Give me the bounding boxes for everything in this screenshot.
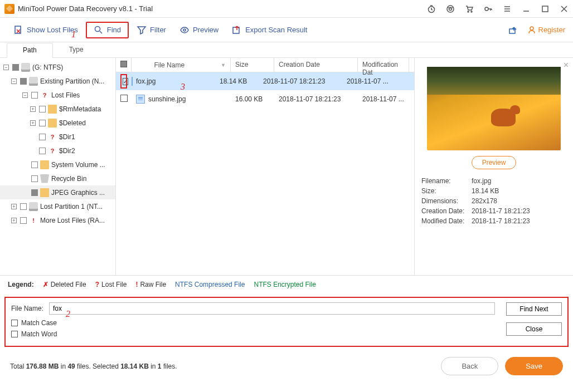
tree-node-root[interactable]: −(G: NTFS) [0, 60, 115, 74]
checkbox[interactable] [20, 78, 27, 85]
folder-icon [48, 105, 57, 114]
legend-lost: ?Lost File [95, 281, 127, 288]
cart-icon[interactable] [465, 4, 474, 13]
checkbox[interactable] [39, 106, 46, 112]
legend-raw: !Raw File [135, 281, 166, 288]
timer-icon[interactable] [427, 4, 436, 13]
back-button[interactable]: Back [441, 357, 498, 375]
tree-node-recycle[interactable]: Recycle Bin [0, 171, 115, 185]
row-checkbox[interactable] [123, 78, 128, 85]
checkbox[interactable] [39, 134, 46, 140]
checkbox[interactable] [11, 320, 18, 326]
find-button[interactable]: Find [86, 22, 129, 38]
preview-open-button[interactable]: Preview [472, 156, 517, 169]
recycle-icon [40, 174, 49, 183]
tree-node-deleted[interactable]: +$Deleted [0, 116, 115, 130]
show-lost-files-label: Show Lost Files [27, 26, 78, 34]
checkbox[interactable] [31, 175, 38, 182]
legend-bar: Legend: ✗Deleted File ?Lost File !Raw Fi… [0, 275, 573, 293]
file-row[interactable]: sunshine.jpg 16.00 KB 2018-11-07 18:21:2… [116, 90, 414, 108]
svg-point-8 [95, 26, 100, 31]
titlebar-icons [427, 4, 569, 13]
preview-close-icon[interactable]: × [564, 60, 569, 70]
tab-type[interactable]: Type [53, 42, 100, 57]
svg-point-5 [485, 7, 488, 11]
match-case-option[interactable]: Match Case [11, 319, 562, 327]
tree-node-rmmeta[interactable]: +$RmMetadata [0, 102, 115, 116]
tree-node-jpeg[interactable]: JPEG Graphics ... [0, 185, 115, 199]
header-checkbox[interactable] [116, 58, 132, 72]
menu-icon[interactable] [503, 4, 512, 13]
drive-icon [29, 77, 38, 86]
minimize-icon[interactable] [522, 4, 531, 13]
file-name: fox.jpg [136, 77, 156, 85]
expand-icon[interactable]: + [11, 218, 17, 223]
svg-point-3 [468, 11, 469, 12]
file-cdate: 2018-11-07 18:21:23 [274, 95, 358, 103]
header-mdate[interactable]: Modification Dat [358, 58, 409, 72]
header-name[interactable]: File Name▼ [132, 58, 231, 72]
checkbox[interactable] [31, 161, 38, 168]
svg-point-12 [530, 27, 533, 30]
checkbox[interactable] [12, 64, 19, 71]
expand-icon[interactable]: − [3, 65, 9, 70]
save-button[interactable]: Save [505, 357, 563, 375]
help-icon[interactable] [446, 4, 455, 13]
tab-path[interactable]: Path [7, 43, 53, 58]
checkbox[interactable] [20, 217, 27, 224]
expand-icon[interactable]: − [11, 79, 17, 84]
folder-icon [40, 188, 49, 197]
preview-button[interactable]: Preview [174, 22, 224, 38]
annotation-1: 1 [71, 30, 76, 40]
tree-node-lostfiles[interactable]: −Lost Files [0, 88, 115, 102]
maximize-icon[interactable] [541, 4, 550, 13]
file-mdate: 2018-11-07 ... [358, 95, 409, 103]
tree-node-existing[interactable]: −Existing Partition (N... [0, 74, 115, 88]
checkbox[interactable] [39, 120, 46, 126]
header-cdate[interactable]: Creation Date [274, 58, 358, 72]
file-name: sunshine.jpg [148, 95, 186, 103]
register-button[interactable]: Register [527, 26, 565, 35]
tree-node-sysvol[interactable]: System Volume ... [0, 158, 115, 171]
drive-icon [21, 63, 30, 72]
export-button[interactable]: Export Scan Result [226, 22, 313, 38]
expand-icon[interactable]: − [22, 92, 28, 98]
filter-button[interactable]: Filter [131, 22, 172, 38]
find-filename-input[interactable] [49, 302, 495, 315]
file-cdate: 2018-11-07 18:21:23 [259, 77, 342, 85]
find-next-button[interactable]: Find Next [506, 302, 562, 316]
find-label: Find [107, 26, 121, 34]
row-checkbox[interactable] [120, 95, 128, 102]
checkbox[interactable] [31, 189, 38, 196]
tree-node-lostpart[interactable]: +Lost Partition 1 (NT... [0, 199, 115, 213]
key-icon[interactable] [484, 4, 493, 13]
filter-label: Filter [150, 26, 166, 34]
checkbox[interactable] [11, 331, 18, 337]
preview-label: Preview [193, 26, 218, 34]
meta-filename: fox.jpg [472, 177, 491, 185]
main-area: −(G: NTFS) −Existing Partition (N... −Lo… [0, 58, 573, 275]
checkbox[interactable] [31, 92, 38, 99]
match-word-option[interactable]: Match Word [11, 330, 562, 338]
annotation-3: 3 [181, 82, 185, 92]
question-icon [48, 133, 57, 141]
find-filename-label: File Name: [11, 305, 46, 312]
meta-dimensions: 282x178 [472, 197, 497, 205]
tree-node-morelost[interactable]: +More Lost Files (RA... [0, 213, 115, 227]
image-icon [132, 77, 133, 86]
image-icon [136, 95, 145, 104]
expand-icon[interactable]: + [11, 204, 17, 209]
checkbox[interactable] [39, 148, 46, 154]
expand-icon[interactable]: + [30, 120, 36, 126]
tree-node-dir2[interactable]: $Dir2 [0, 144, 115, 158]
expand-icon[interactable]: + [30, 106, 36, 112]
find-close-button[interactable]: Close [506, 322, 562, 336]
close-icon[interactable] [560, 4, 569, 13]
folder-tree: −(G: NTFS) −Existing Partition (N... −Lo… [0, 58, 116, 275]
share-icon[interactable] [508, 26, 517, 35]
header-size[interactable]: Size [231, 58, 274, 72]
checkbox[interactable] [20, 203, 27, 210]
tab-bar: Path Type [0, 42, 573, 58]
sort-icon: ▼ [221, 62, 226, 68]
tree-node-dir1[interactable]: $Dir1 [0, 130, 115, 144]
